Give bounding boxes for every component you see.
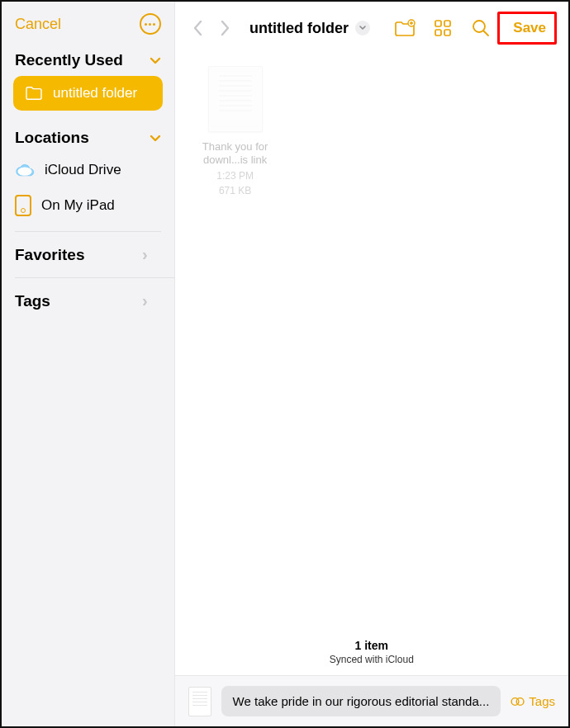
tags-label: Tags [15, 292, 50, 310]
chevron-down-icon [150, 130, 161, 147]
title-dropdown-icon[interactable] [355, 21, 370, 35]
ipad-icon [15, 195, 31, 216]
nav-back-button[interactable] [187, 17, 210, 40]
tags-icon [511, 696, 525, 707]
svg-point-0 [17, 168, 31, 176]
folder-icon [25, 86, 43, 101]
file-time: 1:23 PM [216, 170, 254, 182]
svg-rect-3 [444, 21, 450, 26]
document-icon [188, 687, 211, 716]
folder-title[interactable]: untitled folder [240, 20, 381, 37]
cancel-button[interactable]: Cancel [15, 16, 61, 33]
chevron-down-icon [150, 52, 161, 69]
search-button[interactable] [468, 15, 494, 41]
sidebar-item-label: untitled folder [53, 85, 137, 102]
file-grid[interactable]: Thank you for downl...is link 1:23 PM 67… [175, 51, 568, 639]
chevron-right-icon: › [142, 245, 161, 264]
save-button-highlight: Save [497, 12, 557, 45]
sync-status: Synced with iCloud [175, 654, 568, 665]
new-folder-button[interactable] [392, 15, 418, 41]
file-item[interactable]: Thank you for downl...is link 1:23 PM 67… [190, 66, 281, 196]
sidebar-item-on-my-ipad[interactable]: On My iPad [2, 187, 174, 225]
recently-used-label: Recently Used [15, 51, 123, 69]
file-thumbnail-icon [208, 66, 263, 132]
nav-forward-button[interactable] [213, 17, 236, 40]
file-size: 671 KB [219, 185, 251, 196]
view-grid-button[interactable] [430, 15, 456, 41]
sidebar-top: Cancel [2, 2, 174, 35]
tags-button[interactable]: Tags [511, 694, 555, 708]
more-options-icon[interactable] [140, 13, 161, 35]
svg-rect-2 [435, 21, 441, 26]
bottom-bar: We take pride in our rigorous editorial … [175, 675, 568, 726]
sidebar-item-label: iCloud Drive [45, 162, 121, 178]
cloud-icon [15, 163, 35, 177]
item-count: 1 item [175, 639, 568, 652]
favorites-row[interactable]: Favorites › [15, 232, 174, 278]
locations-label: Locations [15, 129, 89, 147]
recently-used-header[interactable]: Recently Used [2, 35, 174, 76]
svg-point-8 [517, 697, 525, 705]
toolbar: untitled folder Save [175, 2, 568, 51]
file-name: Thank you for downl...is link [202, 140, 268, 167]
chevron-right-icon: › [142, 291, 161, 310]
locations-header[interactable]: Locations [2, 121, 174, 154]
tags-row[interactable]: Tags › [15, 278, 174, 324]
sidebar-item-icloud-drive[interactable]: iCloud Drive [2, 154, 174, 187]
footer-stats: 1 item Synced with iCloud [175, 639, 568, 675]
folder-title-label: untitled folder [249, 20, 349, 37]
sidebar-item-label: On My iPad [41, 197, 115, 214]
sidebar: Cancel Recently Used untitled folder Loc… [2, 2, 175, 726]
favorites-label: Favorites [15, 246, 84, 264]
svg-rect-5 [444, 30, 450, 35]
filename-input[interactable]: We take pride in our rigorous editorial … [221, 686, 501, 716]
save-button[interactable]: Save [506, 16, 553, 40]
main-pane: untitled folder Save Thank you for downl… [175, 2, 568, 726]
svg-rect-4 [435, 30, 441, 35]
sidebar-item-untitled-folder[interactable]: untitled folder [13, 76, 163, 111]
